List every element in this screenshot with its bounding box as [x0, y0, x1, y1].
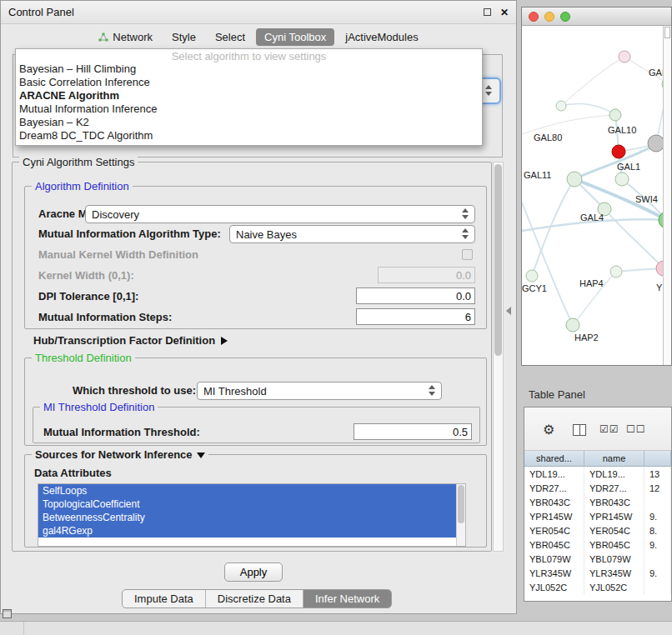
dropdown-item-dream8[interactable]: Dream8 DC_TDC Algorithm — [16, 129, 482, 142]
list-item-betweennesscentrality[interactable]: BetweennessCentrality — [38, 511, 456, 524]
node-pale-mid[interactable] — [609, 109, 621, 121]
list-item-topologicalcoefficient[interactable]: TopologicalCoefficient — [38, 498, 456, 511]
table-row[interactable]: YBL079W YBL079W — [524, 552, 671, 566]
tab-network[interactable]: Network — [90, 28, 161, 46]
node-gal1[interactable] — [615, 172, 629, 186]
threshold-definition-title: Threshold Definition — [32, 352, 135, 364]
column-header-name[interactable]: name — [584, 451, 644, 466]
select-all-icon[interactable]: ☑☑ — [599, 423, 619, 435]
node-pale-low[interactable] — [610, 266, 622, 278]
settings-scrollbar[interactable] — [493, 162, 504, 552]
cell: 9. — [644, 538, 671, 552]
kernel-width-input[interactable] — [378, 267, 475, 283]
cell: 9. — [644, 566, 671, 580]
tab-jactivemodules[interactable]: jActiveModules — [337, 28, 426, 46]
settings-scrollbar-thumb[interactable] — [494, 164, 502, 356]
node-red-gal10[interactable] — [612, 145, 625, 158]
apply-button[interactable]: Apply — [224, 562, 283, 582]
node-gcy1[interactable] — [526, 270, 538, 282]
cell: YPR145W — [584, 509, 644, 523]
table-toolbar: ⚙ ☑☑ ☐☐ — [524, 408, 671, 451]
tab-impute-data[interactable]: Impute Data — [123, 590, 205, 608]
tab-label: jActiveModules — [345, 31, 418, 43]
mi-threshold-input[interactable] — [354, 423, 472, 440]
table-row[interactable]: YER054C YER054C 8. — [524, 523, 671, 538]
dropdown-item-aracne[interactable]: ARACNE Algorithm — [16, 89, 482, 102]
cell: YJL052C — [584, 580, 644, 594]
list-item-gal4rgexp[interactable]: gal4RGexp — [38, 524, 456, 538]
list-item-selfloops[interactable]: SelfLoops — [38, 484, 456, 498]
mi-threshold-definition-title: MI Threshold Definition — [40, 401, 158, 413]
cell — [644, 580, 671, 594]
node-hap2[interactable] — [566, 318, 579, 332]
minimize-traffic-light[interactable] — [544, 12, 554, 22]
node-pale-topleft[interactable] — [556, 101, 566, 111]
manual-kernel-width-checkbox[interactable] — [462, 249, 473, 260]
table-row[interactable]: YDR27... YDR27... 12 — [524, 481, 671, 495]
cell: YDR27... — [524, 481, 584, 495]
mi-algorithm-type-label: Mutual Information Algorithm Type: — [38, 228, 221, 240]
status-bar — [0, 621, 672, 635]
dpi-tolerance-input[interactable] — [356, 288, 475, 304]
zoom-traffic-light[interactable] — [560, 12, 570, 22]
restore-panel-icon[interactable] — [3, 609, 12, 618]
tab-style[interactable]: Style — [163, 28, 204, 46]
tab-discretize-data[interactable]: Discretize Data — [205, 590, 303, 608]
panel-collapse-arrow-icon[interactable] — [506, 307, 511, 315]
dropdown-item-mutual-information[interactable]: Mutual Information Inference — [16, 102, 482, 116]
list-scrollbar[interactable] — [456, 484, 465, 546]
float-window-icon[interactable] — [484, 8, 491, 16]
cell: YDL19... — [524, 467, 584, 481]
close-traffic-light[interactable] — [529, 12, 539, 22]
tab-label: Cyni Toolbox — [264, 31, 326, 43]
node-pink-top[interactable] — [619, 51, 630, 62]
chevron-updown-icon — [485, 85, 492, 96]
tab-cyni-toolbox[interactable]: Cyni Toolbox — [256, 28, 334, 46]
table-row[interactable]: YBR043C YBR043C — [524, 495, 671, 509]
network-canvas[interactable]: GAL GAL80 GAL10 GAL11 GAL1 SWI4 GAL4 GCY… — [522, 26, 671, 365]
manual-kernel-width-label: Manual Kernel Width Definition — [38, 248, 198, 261]
node-gal11[interactable] — [567, 172, 582, 187]
node-label-y-partial: Y — [656, 282, 662, 292]
cell: 8. — [644, 523, 671, 538]
deselect-all-icon[interactable]: ☐☐ — [626, 423, 646, 435]
dropdown-item-bayesian-hill-climbing[interactable]: Bayesian – Hill Climbing — [16, 62, 482, 76]
gear-icon[interactable]: ⚙ — [543, 422, 554, 438]
which-threshold-label: Which threshold to use: — [73, 384, 196, 397]
sources-group: Sources for Network Inference Data Attri… — [24, 454, 487, 548]
column-header-third[interactable] — [644, 451, 671, 466]
node-label-gal80: GAL80 — [534, 132, 562, 142]
tab-infer-network[interactable]: Infer Network — [303, 590, 391, 608]
column-header-shared-name[interactable]: shared... — [524, 451, 584, 466]
dropdown-item-basic-correlation[interactable]: Basic Correlation Inference — [16, 76, 482, 89]
mi-algorithm-type-select[interactable]: Naive Bayes — [229, 225, 475, 243]
hub-transcription-factor-expander[interactable]: Hub/Transcription Factor Definition — [33, 334, 228, 347]
list-scrollbar-thumb[interactable] — [458, 485, 464, 523]
close-window-icon[interactable]: ✕ — [500, 7, 509, 18]
sources-group-title[interactable]: Sources for Network Inference — [32, 448, 208, 461]
table-row[interactable]: YDL19... YDL19... 13 — [524, 467, 671, 481]
network-icon — [98, 32, 108, 42]
tab-select[interactable]: Select — [207, 28, 253, 46]
node-label-gal1: GAL1 — [617, 162, 640, 172]
table-row[interactable]: YPR145W YPR145W 9. — [524, 509, 671, 523]
node-gray[interactable] — [648, 135, 664, 152]
triangle-right-icon — [221, 337, 228, 345]
columns-icon[interactable] — [573, 424, 586, 436]
aracne-mode-select[interactable]: Discovery — [85, 205, 475, 223]
table-row[interactable]: YBR045C YBR045C 9. — [524, 538, 671, 552]
combo-value: Naive Bayes — [236, 228, 297, 241]
dropdown-item-bayesian-k2[interactable]: Bayesian – K2 — [16, 116, 482, 129]
control-panel-window: Control Panel ✕ Network Style Select Cyn… — [0, 0, 517, 614]
network-scrollbar[interactable] — [663, 26, 671, 365]
network-view-window: GAL GAL80 GAL10 GAL11 GAL1 SWI4 GAL4 GCY… — [521, 7, 672, 366]
which-threshold-select[interactable]: MI Threshold — [197, 382, 442, 400]
table-row[interactable]: YJL052C YJL052C — [524, 580, 671, 594]
mi-threshold-label: Mutual Information Threshold: — [43, 426, 200, 438]
cell: YLR345W — [584, 566, 644, 580]
table-row[interactable]: YLR345W YLR345W 9. — [524, 566, 671, 580]
network-scrollbar-thumb[interactable] — [664, 27, 670, 38]
algorithm-definition-title: Algorithm Definition — [32, 180, 133, 192]
mi-steps-input[interactable] — [356, 308, 475, 325]
control-panel-titlebar: Control Panel ✕ — [1, 1, 516, 24]
